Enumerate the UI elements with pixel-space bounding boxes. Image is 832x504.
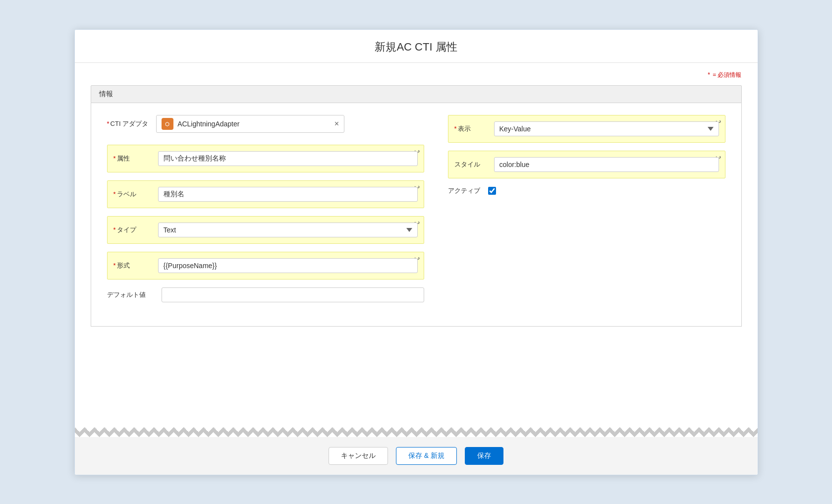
cti-adapter-label: *CTI アダプタ <box>107 119 157 128</box>
type-row: *タイプ Text Number Boolean <box>113 223 418 237</box>
format-input[interactable] <box>158 258 418 273</box>
modal-title: 新規AC CTI 属性 <box>75 40 758 55</box>
active-label: アクティブ <box>448 186 488 195</box>
type-group: ↩ *タイプ Text Number Boolean <box>107 216 424 244</box>
label-field-label: *ラベル <box>113 190 158 199</box>
default-value-label: デフォルト値 <box>107 290 162 299</box>
adapter-clear-button[interactable]: × <box>334 120 339 128</box>
label-group: ↩ *ラベル <box>107 180 424 208</box>
save-new-button[interactable]: 保存 & 新規 <box>396 447 457 465</box>
cancel-button[interactable]: キャンセル <box>329 447 388 465</box>
modal: 新規AC CTI 属性 * = 必須情報 情報 *CTI アダプタ <box>74 29 758 475</box>
section-title: 情報 <box>99 90 113 98</box>
label-row: *ラベル <box>113 187 418 202</box>
format-group: ↩ *形式 <box>107 252 424 280</box>
type-select[interactable]: Text Number Boolean <box>158 223 418 237</box>
style-group: ↩ スタイル <box>448 151 725 178</box>
attribute-row: *属性 <box>113 151 418 166</box>
adapter-icon: ⬡ <box>162 118 173 130</box>
default-value-row: デフォルト値 <box>107 287 424 302</box>
modal-footer: キャンセル 保存 & 新規 保存 <box>75 437 758 475</box>
save-button[interactable]: 保存 <box>465 447 503 465</box>
zigzag-separator <box>75 427 758 437</box>
display-select[interactable]: Key-Value Label Value <box>494 121 719 136</box>
required-star: * <box>708 71 710 78</box>
section-wrapper: 情報 *CTI アダプタ ⬡ <box>91 85 742 327</box>
display-label: *表示 <box>454 124 494 133</box>
required-note: * = 必須情報 <box>91 71 742 79</box>
cti-adapter-required: * <box>107 120 110 127</box>
section-header: 情報 <box>91 85 742 103</box>
attribute-input[interactable] <box>158 151 418 166</box>
cti-adapter-row: *CTI アダプタ ⬡ ACLightningAdapter × <box>107 115 424 133</box>
display-group: ↩ *表示 Key-Value Label Value <box>448 115 725 143</box>
modal-header: 新規AC CTI 属性 <box>75 30 758 63</box>
right-column: ↩ *表示 Key-Value Label Value <box>448 115 725 310</box>
format-row: *形式 <box>113 258 418 273</box>
attribute-group: ↩ *属性 <box>107 145 424 172</box>
display-row: *表示 Key-Value Label Value <box>454 121 719 136</box>
style-input[interactable] <box>494 157 719 172</box>
type-label: *タイプ <box>113 225 158 234</box>
section-body: *CTI アダプタ ⬡ ACLightningAdapter × <box>91 103 742 327</box>
style-label: スタイル <box>454 160 494 169</box>
svg-text:⬡: ⬡ <box>165 121 169 127</box>
active-checkbox[interactable] <box>488 187 496 195</box>
adapter-name: ACLightningAdapter <box>177 120 331 128</box>
modal-body: * = 必須情報 情報 *CTI アダプタ <box>75 63 758 427</box>
active-row: アクティブ <box>448 186 725 195</box>
label-input[interactable] <box>158 187 418 202</box>
style-row: スタイル <box>454 157 719 172</box>
format-label: *形式 <box>113 261 158 270</box>
left-column: *CTI アダプタ ⬡ ACLightningAdapter × <box>107 115 424 310</box>
cti-adapter-field[interactable]: ⬡ ACLightningAdapter × <box>156 115 344 133</box>
default-value-input[interactable] <box>162 287 424 302</box>
attribute-label: *属性 <box>113 154 158 163</box>
required-note-text: = 必須情報 <box>713 71 741 78</box>
